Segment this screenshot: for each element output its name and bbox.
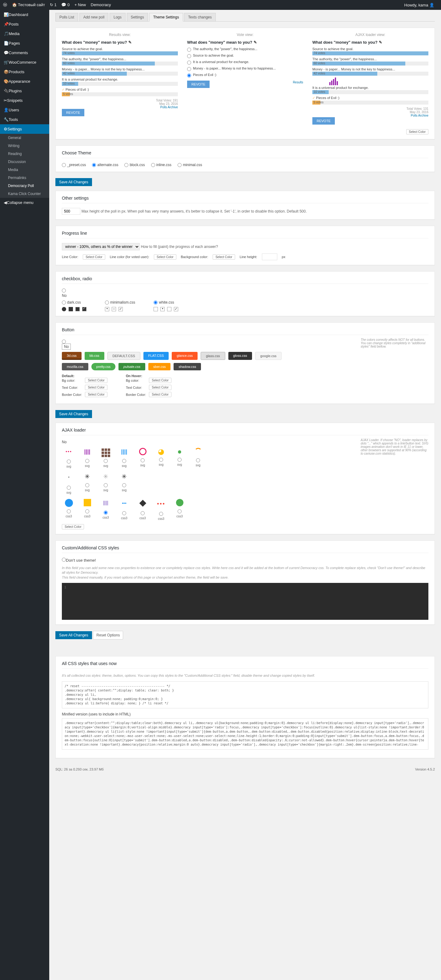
site-link[interactable]: 🏠 Тестовый сайт <box>12 2 45 7</box>
theme-option[interactable]: alternate.css <box>92 163 118 167</box>
btn-style-gloss[interactable]: gloss.css <box>228 352 252 360</box>
btn-style-glass[interactable]: glass.css <box>201 352 225 360</box>
select-color-button[interactable]: Select Color <box>83 255 105 259</box>
loader-option[interactable] <box>67 460 71 463</box>
select-color-button[interactable]: Select Color <box>85 392 107 397</box>
sidebar-item-comments[interactable]: 💬 Comments <box>0 48 49 57</box>
vote-option[interactable]: Pieces of Evil :) <box>187 73 303 78</box>
loader-option[interactable] <box>122 459 126 463</box>
loader-option[interactable] <box>85 509 89 513</box>
btn-style-default[interactable]: DEFAULT.CSS <box>107 352 140 360</box>
vote-option[interactable]: It is a universal product for exchange. <box>187 60 303 65</box>
sidebar-sub-kama[interactable]: Kama Click Counter <box>0 190 49 198</box>
updates-link[interactable]: ↻ 1 <box>50 2 57 7</box>
no-option[interactable] <box>62 340 66 344</box>
loader-option[interactable] <box>159 458 163 462</box>
sidebar-item-products[interactable]: 📦 Products <box>0 67 49 76</box>
sidebar-item-pages[interactable]: 📄 Pages <box>0 38 49 48</box>
sidebar-item-woocommerce[interactable]: 🛒 WooCommerce <box>0 57 49 67</box>
select-color-button[interactable]: Select Color <box>149 385 171 390</box>
archive-link[interactable]: Polls Archive <box>411 114 428 117</box>
loader-option[interactable] <box>67 509 71 513</box>
theme-option[interactable]: minimal.css <box>178 163 202 167</box>
select-color-button[interactable]: Select Color <box>406 129 428 134</box>
account-link[interactable]: Howdy, kama 👤 <box>404 3 434 7</box>
theme-option[interactable]: _preset.css <box>62 163 86 167</box>
sidebar-item-snippets[interactable]: ✂ Snippets <box>0 95 49 105</box>
css-editor[interactable]: 1 <box>62 583 428 620</box>
loader-option[interactable] <box>141 511 145 515</box>
edit-icon[interactable]: ✎ <box>253 40 257 45</box>
sidebar-sub-permalinks[interactable]: Permalinks <box>0 174 49 182</box>
checkbox-style-option[interactable]: dark.css <box>62 300 86 304</box>
max-height-input[interactable] <box>62 208 80 215</box>
btn-style-mozilla[interactable]: mozilla.css <box>62 363 88 370</box>
checkbox-style-option[interactable]: white.css <box>154 300 178 304</box>
sidebar-item-posts[interactable]: 📌 Posts <box>0 19 49 29</box>
save-button[interactable]: Save All Changes <box>56 631 92 639</box>
vote-option[interactable]: The authority, the "power", the happines… <box>187 47 303 52</box>
loader-option[interactable] <box>122 483 126 487</box>
new-link[interactable]: + New <box>75 2 86 7</box>
revote-button[interactable]: REVOTE <box>187 81 210 88</box>
btn-style-pulsate[interactable]: pulsate.css <box>118 363 145 370</box>
btn-style-pretty[interactable]: pretty.css <box>91 363 115 370</box>
sidebar-item-appearance[interactable]: 🎨 Appearance <box>0 76 49 86</box>
loader-option[interactable] <box>159 512 163 516</box>
vote-option[interactable]: Source to achieve the goal. <box>187 54 303 58</box>
wp-logo-icon[interactable]: ⓦ <box>3 2 7 7</box>
btn-style-shadow[interactable]: shadow.css <box>174 363 201 370</box>
sidebar-sub-reading[interactable]: Reading <box>0 150 49 158</box>
loader-option[interactable] <box>85 483 89 487</box>
theme-option[interactable]: block.css <box>124 163 145 167</box>
edit-icon[interactable]: ✎ <box>128 40 132 45</box>
tab-add-poll[interactable]: Add new poll <box>80 13 109 22</box>
loader-option[interactable] <box>122 511 126 515</box>
save-button[interactable]: Save All Changes <box>56 410 92 418</box>
btn-style-flat[interactable]: FLAT.CSS <box>143 352 169 360</box>
tab-settings[interactable]: Settings <box>127 13 148 22</box>
loader-option[interactable] <box>178 458 181 462</box>
loader-option[interactable] <box>67 486 71 490</box>
sidebar-sub-media[interactable]: Media <box>0 166 49 174</box>
loader-option[interactable] <box>196 458 200 462</box>
results-link[interactable]: Results <box>293 81 303 84</box>
css-minified-block[interactable]: .democracy:after{content:"";display:tabl… <box>62 718 428 749</box>
select-color-button[interactable]: Select Color <box>149 378 171 383</box>
line-height-input[interactable] <box>262 253 277 260</box>
sidebar-item-media[interactable]: 🎵 Media <box>0 29 49 38</box>
btn-style-3d[interactable]: 3d.css <box>62 352 81 360</box>
sidebar-sub-democracy[interactable]: Democracy Poll <box>0 182 49 190</box>
archive-link[interactable]: Polls Archive <box>160 105 178 109</box>
checkbox-style-option[interactable]: minimalism.css <box>105 300 135 304</box>
sidebar-item-settings[interactable]: ⚙ Settings <box>0 124 49 134</box>
revote-button[interactable]: REVOTE <box>62 109 84 116</box>
sidebar-item-users[interactable]: 👤 Users <box>0 105 49 115</box>
revote-button[interactable]: REVOTE <box>312 117 335 124</box>
sidebar-sub-discussion[interactable]: Discussion <box>0 158 49 166</box>
reset-button[interactable]: Reset Options <box>93 631 123 640</box>
dont-use-theme-option[interactable]: Don't use theme! <box>62 558 96 563</box>
tab-polls-list[interactable]: Polls List <box>56 13 78 22</box>
breadcrumb[interactable]: Democracy <box>91 2 111 7</box>
select-color-button[interactable]: Select Color <box>149 392 171 397</box>
tab-logs[interactable]: Logs <box>110 13 126 22</box>
tab-theme-settings[interactable]: Theme Settings <box>149 13 183 22</box>
save-button[interactable]: Save All Changes <box>56 178 92 186</box>
tab-texts[interactable]: Texts changes <box>184 13 216 22</box>
sidebar-sub-general[interactable]: General <box>0 134 49 142</box>
progress-fill-select[interactable]: winner - 100%, others as % of the winner <box>62 243 140 250</box>
btn-style-bb[interactable]: bb.css <box>84 352 104 360</box>
select-color-button[interactable]: Select Color <box>213 255 235 259</box>
select-color-button[interactable]: Select Color <box>85 385 107 390</box>
loader-option[interactable] <box>104 459 108 463</box>
loader-option[interactable] <box>85 459 89 463</box>
select-color-button[interactable]: Select Color <box>85 378 107 383</box>
loader-option[interactable] <box>141 458 145 462</box>
loader-option[interactable] <box>104 483 108 487</box>
btn-style-glance[interactable]: glance.css <box>172 352 197 360</box>
btn-style-sber[interactable]: sber.css <box>148 363 170 370</box>
sidebar-item-dashboard[interactable]: 📊 Dashboard <box>0 10 49 19</box>
sidebar-item-plugins[interactable]: 🔌 Plugins <box>0 86 49 95</box>
sidebar-item-tools[interactable]: 🔧 Tools <box>0 115 49 124</box>
